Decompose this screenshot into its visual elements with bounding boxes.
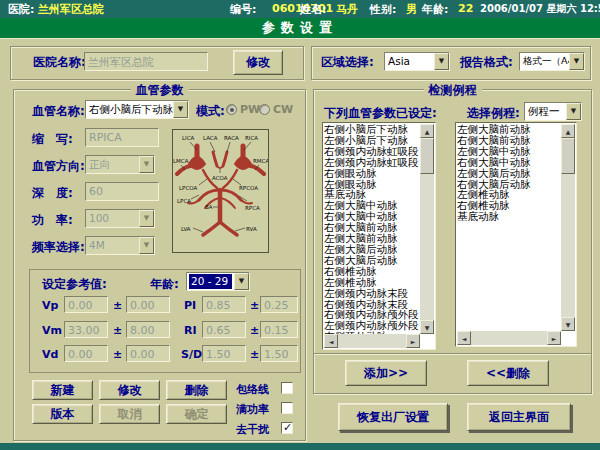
pi-tolerance-field[interactable]: 0.25 bbox=[260, 296, 298, 313]
scroll-down-icon[interactable]: ▼ bbox=[420, 320, 434, 334]
sd-value-field[interactable]: 1.50 bbox=[202, 345, 246, 362]
chevron-down-icon[interactable]: ▼ bbox=[434, 53, 449, 70]
scroll-right-icon[interactable]: ► bbox=[406, 334, 420, 348]
list-item[interactable]: 左侧大脑中动脉 bbox=[324, 200, 420, 211]
envelope-checkbox-label: 包络线 bbox=[236, 382, 269, 397]
remove-button[interactable]: <<删除 bbox=[467, 360, 549, 386]
list-item[interactable]: 右侧大脑中动脉 bbox=[457, 157, 561, 168]
region-combobox[interactable]: Asia ▼ bbox=[384, 52, 450, 71]
full-power-checkbox[interactable] bbox=[281, 402, 293, 414]
list-item[interactable]: 左侧颈内动脉颅外段 bbox=[324, 320, 420, 331]
direction-combobox[interactable]: 正向 ▼ bbox=[85, 155, 155, 174]
list-item[interactable]: 左侧大脑后动脉 bbox=[457, 168, 561, 179]
scroll-left-icon[interactable]: ◄ bbox=[457, 331, 471, 345]
routine-combobox[interactable]: 例程一 ▼ bbox=[524, 102, 582, 121]
ri-tolerance-field[interactable]: 0.15 bbox=[260, 321, 298, 338]
list-item[interactable]: 基底动脉 bbox=[324, 189, 420, 200]
diagram-label: LACA bbox=[203, 135, 218, 141]
cancel-button[interactable]: 取消 bbox=[99, 404, 160, 424]
pw-radio-label: PW bbox=[240, 103, 260, 116]
age-range-combobox[interactable]: 20 - 29 ▼ bbox=[186, 272, 250, 291]
chevron-down-icon[interactable]: ▼ bbox=[139, 210, 154, 227]
list-item[interactable]: 右侧大脑后动脉 bbox=[324, 255, 420, 266]
ri-value-field[interactable]: 0.65 bbox=[202, 321, 246, 338]
vertical-scrollbar[interactable]: ▲ ▼ bbox=[420, 124, 434, 334]
list-item[interactable]: 左侧大脑中动脉 bbox=[457, 146, 561, 157]
frequency-combobox[interactable]: 4M ▼ bbox=[85, 236, 155, 255]
list-item[interactable]: 左侧小脑后下动脉 bbox=[324, 135, 420, 146]
report-format-combobox[interactable]: 格式一（A4） ▼ bbox=[519, 52, 585, 71]
chevron-down-icon[interactable]: ▼ bbox=[139, 156, 154, 173]
horizontal-scrollbar[interactable]: ◄ ► bbox=[324, 334, 420, 348]
chevron-down-icon[interactable]: ▼ bbox=[139, 237, 154, 254]
list-item[interactable]: 右侧颈内动脉颅外段 bbox=[324, 309, 420, 320]
depth-field[interactable]: 60 bbox=[85, 182, 159, 201]
hospital-name-field[interactable]: 兰州军区总院 bbox=[84, 52, 208, 71]
delete-button[interactable]: 删除 bbox=[166, 380, 227, 400]
selected-vessels-listbox[interactable]: 左侧大脑前动脉右侧大脑前动脉左侧大脑中动脉右侧大脑中动脉左侧大脑后动脉右侧大脑后… bbox=[455, 122, 577, 347]
scroll-right-icon[interactable]: ► bbox=[547, 331, 561, 345]
scroll-up-icon[interactable]: ▲ bbox=[420, 124, 434, 138]
list-item[interactable]: 左侧颈内动脉末段 bbox=[324, 288, 420, 299]
new-button[interactable]: 新建 bbox=[32, 380, 93, 400]
power-combobox[interactable]: 100 ▼ bbox=[85, 209, 155, 228]
scroll-left-icon[interactable]: ◄ bbox=[324, 334, 338, 348]
list-item[interactable]: 基底动脉 bbox=[457, 211, 561, 222]
ok-button[interactable]: 确定 bbox=[166, 404, 227, 424]
list-item[interactable]: 左侧大脑前动脉 bbox=[324, 233, 420, 244]
vm-value-field[interactable]: 33.00 bbox=[64, 321, 108, 338]
list-item[interactable]: 左侧大脑前动脉 bbox=[457, 124, 561, 135]
list-item[interactable]: 右侧大脑前动脉 bbox=[457, 135, 561, 146]
vp-tolerance-field[interactable]: 0.00 bbox=[126, 296, 170, 313]
main-panel: 医院名称: 兰州军区总院 修改 区域选择: Asia ▼ 报告格式: 格式一（A… bbox=[0, 38, 600, 443]
pi-value-field[interactable]: 0.85 bbox=[202, 296, 246, 313]
list-item[interactable]: 左侧颈内动脉虹吸段 bbox=[324, 157, 420, 168]
chevron-down-icon[interactable]: ▼ bbox=[234, 273, 249, 290]
vm-tolerance-field[interactable]: 8.00 bbox=[126, 321, 170, 338]
list-item[interactable]: 右侧小脑后下动脉 bbox=[324, 124, 420, 135]
list-item[interactable]: 左侧椎动脉 bbox=[324, 277, 420, 288]
abbr-field[interactable]: RPICA bbox=[85, 128, 159, 147]
list-item[interactable]: 左侧椎动脉 bbox=[457, 189, 561, 200]
available-vessels-listbox[interactable]: 右侧小脑后下动脉左侧小脑后下动脉右侧颈内动脉虹吸段左侧颈内动脉虹吸段右侧眼动脉左… bbox=[322, 122, 436, 350]
chevron-down-icon[interactable]: ▼ bbox=[173, 101, 188, 118]
depth-label: 深 度: bbox=[32, 185, 73, 202]
scroll-up-icon[interactable]: ▲ bbox=[561, 124, 575, 138]
scrollbar-thumb[interactable] bbox=[561, 138, 575, 174]
list-item[interactable]: 右侧眼动脉 bbox=[324, 168, 420, 179]
cw-radio[interactable] bbox=[259, 104, 270, 115]
select-routine-label: 选择例程: bbox=[467, 105, 520, 122]
list-item[interactable]: 右侧椎动脉 bbox=[324, 266, 420, 277]
sd-tolerance-field[interactable]: 1.50 bbox=[260, 345, 298, 362]
add-button[interactable]: 添加>> bbox=[345, 360, 427, 386]
scrollbar-thumb[interactable] bbox=[420, 138, 434, 174]
power-label: 功 率: bbox=[32, 212, 73, 229]
list-item[interactable]: 右侧颈内动脉虹吸段 bbox=[324, 146, 420, 157]
horizontal-scrollbar[interactable]: ◄ ► bbox=[457, 331, 561, 345]
modify-button[interactable]: 修改 bbox=[99, 380, 160, 400]
list-item[interactable]: 右侧大脑前动脉 bbox=[324, 222, 420, 233]
vp-value-field[interactable]: 0.00 bbox=[64, 296, 108, 313]
list-item[interactable]: 右侧大脑后动脉 bbox=[457, 179, 561, 190]
list-item[interactable]: 右侧大脑中动脉 bbox=[324, 211, 420, 222]
envelope-checkbox[interactable] bbox=[281, 382, 293, 394]
list-item[interactable]: 左侧大脑后动脉 bbox=[324, 244, 420, 255]
vertical-scrollbar[interactable]: ▲ ▼ bbox=[561, 124, 575, 331]
list-item[interactable]: 右侧颈内动脉末段 bbox=[324, 299, 420, 310]
vd-value-field[interactable]: 0.00 bbox=[64, 345, 108, 362]
scroll-down-icon[interactable]: ▼ bbox=[561, 317, 575, 331]
diagram-label: RICA bbox=[245, 135, 258, 141]
list-item[interactable]: 左侧眼动脉 bbox=[324, 179, 420, 190]
denoise-checkbox[interactable] bbox=[281, 422, 293, 434]
vd-tolerance-field[interactable]: 0.00 bbox=[126, 345, 170, 362]
version-button[interactable]: 版本 bbox=[32, 404, 93, 424]
chevron-down-icon[interactable]: ▼ bbox=[569, 53, 584, 70]
modify-hospital-button[interactable]: 修改 bbox=[233, 50, 283, 75]
pw-radio[interactable] bbox=[226, 104, 237, 115]
return-main-button[interactable]: 返回主界面 bbox=[467, 403, 571, 431]
vessel-name-combobox[interactable]: 右侧小脑后下动脉 ▼ bbox=[85, 100, 189, 119]
factory-reset-button[interactable]: 恢复出厂设置 bbox=[338, 403, 448, 431]
chevron-down-icon[interactable]: ▼ bbox=[566, 103, 581, 120]
plus-minus: ± bbox=[250, 324, 259, 337]
list-item[interactable]: 右侧椎动脉 bbox=[457, 200, 561, 211]
